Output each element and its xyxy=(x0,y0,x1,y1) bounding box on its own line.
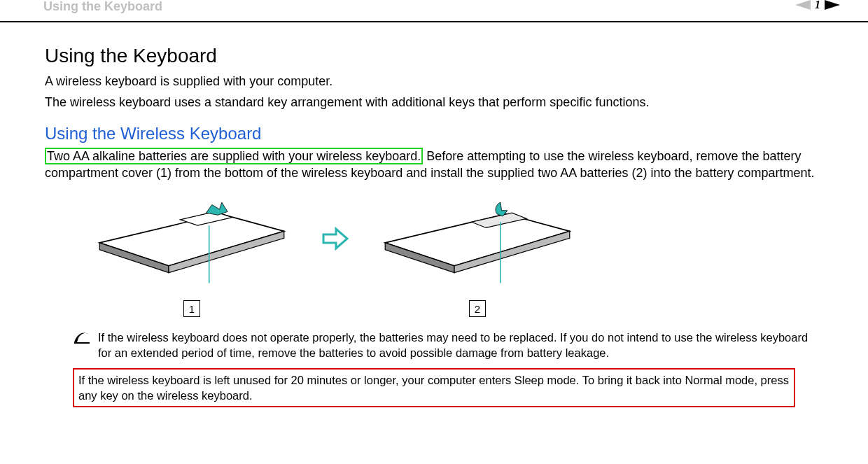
warning-box-red: If the wireless keyboard is left unused … xyxy=(73,368,795,408)
figure-callout-1: 1 xyxy=(183,300,200,317)
section-title: Using the Keyboard xyxy=(45,45,823,67)
note-text: If the wireless keyboard does not operat… xyxy=(98,330,809,361)
subsection-title: Using the Wireless Keyboard xyxy=(45,124,823,143)
step-arrow-icon xyxy=(321,225,349,253)
highlighted-sentence-green: Two AA alkaline batteries are supplied w… xyxy=(45,148,423,164)
intro-paragraph-2: The wireless keyboard uses a standard ke… xyxy=(45,94,823,111)
keyboard-step1-illustration xyxy=(73,197,311,295)
running-header-title: Using the Keyboard xyxy=(43,0,162,13)
page-number: 1 xyxy=(815,0,820,11)
battery-paragraph: Two AA alkaline batteries are supplied w… xyxy=(45,148,823,182)
note-block: If the wireless keyboard does not operat… xyxy=(73,330,823,361)
prev-page-icon[interactable] xyxy=(795,0,811,10)
svg-marker-1 xyxy=(825,0,840,10)
note-icon xyxy=(73,330,91,348)
keyboard-step2-illustration xyxy=(358,197,596,295)
intro-paragraph-1: A wireless keyboard is supplied with you… xyxy=(45,73,823,90)
battery-install-figure: 1 2 xyxy=(73,197,823,317)
warning-text: If the wireless keyboard is left unused … xyxy=(78,372,790,404)
svg-marker-0 xyxy=(795,0,811,10)
page-nav: 1 xyxy=(795,0,840,11)
next-page-icon[interactable] xyxy=(825,0,840,10)
figure-callout-2: 2 xyxy=(469,300,486,317)
